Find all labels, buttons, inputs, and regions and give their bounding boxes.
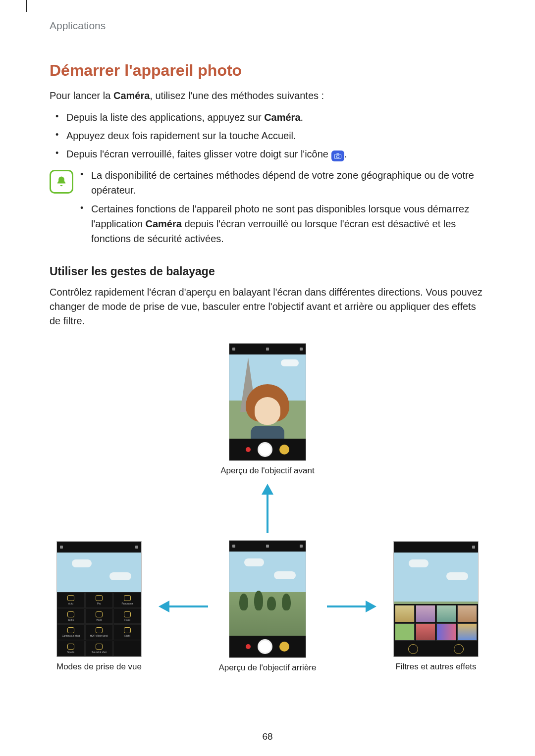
m3-b: . bbox=[344, 149, 347, 159]
intro-text-c: , utilisez l'une des méthodes suivantes … bbox=[150, 90, 324, 101]
col-filters: Filtres et autres effets bbox=[386, 541, 485, 672]
caption-rear: Aperçu de l'objectif arrière bbox=[219, 663, 317, 673]
phone-front-preview bbox=[229, 343, 306, 461]
record-button-icon bbox=[246, 447, 251, 452]
arrow-left-icon bbox=[159, 601, 208, 612]
col-modes: Auto Pro Panorama Selfie HDR Food Contin… bbox=[50, 541, 149, 672]
diagram-row: Auto Pro Panorama Selfie HDR Food Contin… bbox=[50, 540, 485, 673]
intro-paragraph: Pour lancer la Caméra, utilisez l'une de… bbox=[50, 89, 485, 103]
intro-bold: Caméra bbox=[113, 90, 150, 101]
subsection-paragraph: Contrôlez rapidement l'écran d'aperçu en… bbox=[50, 285, 485, 328]
swipe-diagram: Aperçu de l'objectif avant Auto Pro Pano… bbox=[50, 343, 485, 673]
note-item-2: Certaines fonctions de l'appareil photo … bbox=[84, 202, 485, 246]
page-number: 68 bbox=[0, 731, 535, 742]
camera-icon bbox=[331, 151, 344, 161]
m1-b: Caméra bbox=[264, 112, 300, 123]
method-list: Depuis la liste des applications, appuye… bbox=[50, 110, 485, 162]
crop-mark bbox=[26, 0, 27, 12]
phone-rear-preview bbox=[229, 540, 306, 658]
phone-topbar bbox=[229, 344, 306, 354]
note-block: La disponibilité de certaines méthodes d… bbox=[50, 168, 485, 250]
caption-front: Aperçu de l'objectif avant bbox=[220, 466, 314, 476]
intro-text-a: Pour lancer la bbox=[50, 90, 113, 101]
phone-modes: Auto Pro Panorama Selfie HDR Food Contin… bbox=[56, 541, 142, 657]
section-header: Applications bbox=[50, 20, 485, 32]
rear-viewport bbox=[229, 552, 306, 636]
filter-thumbnails bbox=[394, 604, 478, 642]
method-item-1: Depuis la liste des applications, appuye… bbox=[59, 110, 485, 125]
arrow-up-icon bbox=[262, 484, 273, 533]
caption-filters: Filtres et autres effets bbox=[395, 662, 476, 672]
modes-grid: Auto Pro Panorama Selfie HDR Food Contin… bbox=[57, 592, 141, 656]
phone-filters bbox=[393, 541, 479, 657]
caption-modes: Modes de prise de vue bbox=[56, 662, 142, 672]
subsection-title: Utiliser les gestes de balayage bbox=[50, 265, 485, 278]
m3-a: Depuis l'écran verrouillé, faites glisse… bbox=[66, 149, 331, 159]
svg-rect-2 bbox=[336, 153, 339, 155]
col-rear: Aperçu de l'objectif arrière bbox=[218, 540, 317, 673]
camera-controls bbox=[229, 439, 306, 460]
note-list: La disponibilité de certaines méthodes d… bbox=[84, 168, 485, 250]
m1-a: Depuis la liste des applications, appuye… bbox=[66, 112, 264, 123]
arrow-right-icon bbox=[327, 601, 376, 612]
m1-c: . bbox=[301, 112, 304, 123]
switch-camera-icon bbox=[279, 445, 289, 454]
modes-viewport: Auto Pro Panorama Selfie HDR Food Contin… bbox=[57, 553, 141, 656]
svg-point-1 bbox=[336, 155, 339, 158]
n2-b: Caméra bbox=[145, 218, 181, 229]
page-title: Démarrer l'appareil photo bbox=[50, 61, 485, 80]
method-item-3: Depuis l'écran verrouillé, faites glisse… bbox=[59, 147, 485, 162]
bell-icon bbox=[50, 170, 73, 194]
filters-viewport bbox=[394, 553, 478, 642]
note-item-1: La disponibilité de certaines méthodes d… bbox=[84, 168, 485, 198]
shutter-button-icon bbox=[258, 442, 272, 457]
method-item-2: Appuyez deux fois rapidement sur la touc… bbox=[59, 128, 485, 144]
front-viewport bbox=[229, 354, 306, 439]
